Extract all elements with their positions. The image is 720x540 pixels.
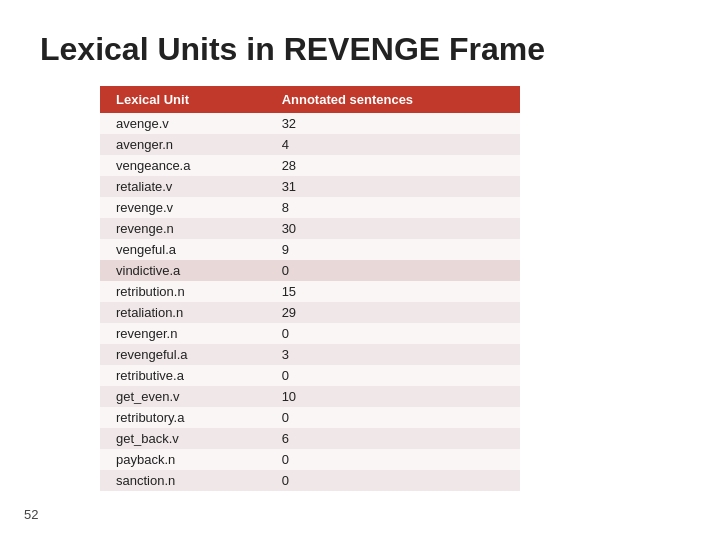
table-row: retributory.a0 (100, 407, 520, 428)
page-title: Lexical Units in REVENGE Frame (40, 30, 680, 68)
table-row: vindictive.a0 (100, 260, 520, 281)
cell-count: 29 (266, 302, 520, 323)
table-row: retributive.a0 (100, 365, 520, 386)
cell-unit: payback.n (100, 449, 266, 470)
cell-unit: retaliation.n (100, 302, 266, 323)
table-row: vengeful.a9 (100, 239, 520, 260)
table-header-row: Lexical Unit Annotated sentences (100, 86, 520, 113)
cell-count: 30 (266, 218, 520, 239)
cell-count: 32 (266, 113, 520, 134)
table-row: get_back.v6 (100, 428, 520, 449)
cell-count: 0 (266, 470, 520, 491)
cell-unit: vindictive.a (100, 260, 266, 281)
page: Lexical Units in REVENGE Frame Lexical U… (0, 0, 720, 540)
cell-count: 10 (266, 386, 520, 407)
cell-unit: revenger.n (100, 323, 266, 344)
cell-unit: sanction.n (100, 470, 266, 491)
table-row: avenger.n4 (100, 134, 520, 155)
cell-count: 0 (266, 449, 520, 470)
table-row: retaliate.v31 (100, 176, 520, 197)
cell-count: 0 (266, 323, 520, 344)
cell-unit: retributive.a (100, 365, 266, 386)
cell-unit: retribution.n (100, 281, 266, 302)
cell-unit: revenge.n (100, 218, 266, 239)
table-row: avenge.v32 (100, 113, 520, 134)
col-header-sentences: Annotated sentences (266, 86, 520, 113)
cell-unit: get_back.v (100, 428, 266, 449)
cell-count: 4 (266, 134, 520, 155)
cell-unit: get_even.v (100, 386, 266, 407)
page-number: 52 (24, 507, 38, 522)
cell-unit: revenge.v (100, 197, 266, 218)
col-header-unit: Lexical Unit (100, 86, 266, 113)
cell-unit: avenger.n (100, 134, 266, 155)
cell-count: 9 (266, 239, 520, 260)
table-row: vengeance.a28 (100, 155, 520, 176)
cell-count: 0 (266, 407, 520, 428)
cell-count: 31 (266, 176, 520, 197)
cell-unit: revengeful.a (100, 344, 266, 365)
table-row: revenge.v8 (100, 197, 520, 218)
cell-count: 15 (266, 281, 520, 302)
table-row: get_even.v10 (100, 386, 520, 407)
table-container: Lexical Unit Annotated sentences avenge.… (100, 86, 680, 491)
table-row: sanction.n0 (100, 470, 520, 491)
cell-unit: retaliate.v (100, 176, 266, 197)
table-row: revenger.n0 (100, 323, 520, 344)
cell-count: 0 (266, 260, 520, 281)
cell-unit: retributory.a (100, 407, 266, 428)
table-row: retribution.n15 (100, 281, 520, 302)
cell-unit: vengeance.a (100, 155, 266, 176)
cell-count: 3 (266, 344, 520, 365)
cell-count: 8 (266, 197, 520, 218)
cell-unit: vengeful.a (100, 239, 266, 260)
table-row: retaliation.n29 (100, 302, 520, 323)
cell-count: 6 (266, 428, 520, 449)
cell-count: 28 (266, 155, 520, 176)
cell-unit: avenge.v (100, 113, 266, 134)
table-row: payback.n0 (100, 449, 520, 470)
lexical-units-table: Lexical Unit Annotated sentences avenge.… (100, 86, 520, 491)
cell-count: 0 (266, 365, 520, 386)
table-row: revenge.n30 (100, 218, 520, 239)
table-row: revengeful.a3 (100, 344, 520, 365)
